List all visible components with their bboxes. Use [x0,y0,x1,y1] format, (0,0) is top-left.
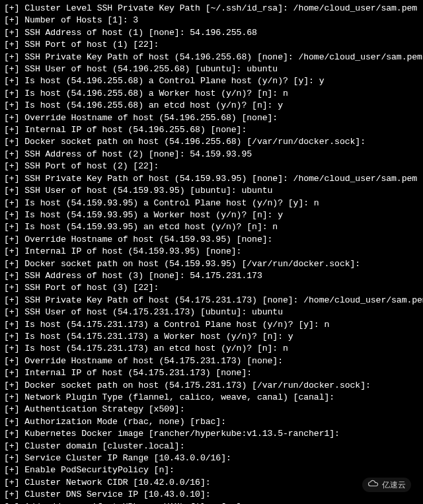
terminal-line: [+] Is host (54.196.255.68) a Worker hos… [4,88,419,100]
terminal-line: [+] Docker socket path on host (54.175.2… [4,380,419,392]
terminal-line: [+] Cluster domain [cluster.local]: [4,441,419,452]
terminal-line: [+] SSH Port of host (2) [22]: [4,161,419,172]
terminal-line: [+] SSH Port of host (1) [22]: [4,39,419,51]
terminal-line: [+] SSH User of host (54.175.231.173) [u… [4,306,419,318]
terminal-line: [+] SSH User of host (54.159.93.95) [ubu… [4,185,419,197]
terminal-line: [+] Authorization Mode (rbac, none) [rba… [4,416,419,428]
terminal-line: [+] Override Hostname of host (54.159.93… [4,234,419,246]
terminal-line: [+] SSH Private Key Path of host (54.159… [4,173,419,185]
terminal-line: [+] SSH Address of host (2) [none]: 54.1… [4,149,419,161]
terminal-line: [+] Enable PodSecurityPolicy [n]: [4,464,419,476]
terminal-line: [+] Kubernetes Docker image [rancher/hyp… [4,428,419,440]
terminal-line: [+] SSH Port of host (3) [22]: [4,282,419,294]
terminal-line: [+] Is host (54.175.231.173) a Worker ho… [4,331,419,343]
terminal-line: [+] Is host (54.159.93.95) an etcd host … [4,221,419,233]
terminal-line: [+] Is host (54.175.231.173) a Control P… [4,319,419,331]
cloud-icon [367,479,379,491]
watermark-text: 亿速云 [382,479,406,491]
terminal-line: [+] Number of Hosts [1]: 3 [4,15,419,26]
terminal-line: [+] Authentication Strategy [x509]: [4,404,419,415]
terminal-line: [+] Is host (54.196.255.68) an etcd host… [4,100,419,112]
terminal-line: [+] Add addon manifest URLs or YAML file… [4,501,419,504]
terminal-line: [+] Is host (54.175.231.173) an etcd hos… [4,343,419,355]
terminal-line: [+] Internal IP of host (54.196.255.68) … [4,124,419,136]
terminal-line: [+] Docker socket path on host (54.159.9… [4,258,419,270]
terminal-line: [+] Internal IP of host (54.175.231.173)… [4,367,419,379]
terminal-line: [+] Network Plugin Type (flannel, calico… [4,392,419,404]
terminal-line: [+] Is host (54.159.93.95) a Worker host… [4,209,419,221]
terminal-line: [+] Internal IP of host (54.159.93.95) [… [4,246,419,258]
terminal-line: [+] SSH Private Key Path of host (54.175… [4,295,419,306]
terminal-output: [+] Cluster Level SSH Private Key Path [… [4,3,419,504]
terminal-line: [+] Cluster Network CIDR [10.42.0.0/16]: [4,477,419,489]
terminal-line: [+] Override Hostname of host (54.175.23… [4,355,419,367]
terminal-line: [+] Cluster Level SSH Private Key Path [… [4,3,419,15]
watermark-badge: 亿速云 [362,478,411,492]
terminal-line: [+] SSH User of host (54.196.255.68) [ub… [4,63,419,75]
terminal-line: [+] SSH Address of host (1) [none]: 54.1… [4,27,419,39]
terminal-line: [+] Service Cluster IP Range [10.43.0.0/… [4,452,419,464]
terminal-line: [+] SSH Address of host (3) [none]: 54.1… [4,270,419,282]
terminal-line: [+] Is host (54.196.255.68) a Control Pl… [4,75,419,87]
terminal-line: [+] Override Hostname of host (54.196.25… [4,112,419,124]
terminal-line: [+] SSH Private Key Path of host (54.196… [4,52,419,63]
terminal-line: [+] Docker socket path on host (54.196.2… [4,136,419,148]
terminal-line: [+] Cluster DNS Service IP [10.43.0.10]: [4,489,419,501]
terminal-line: [+] Is host (54.159.93.95) a Control Pla… [4,198,419,209]
